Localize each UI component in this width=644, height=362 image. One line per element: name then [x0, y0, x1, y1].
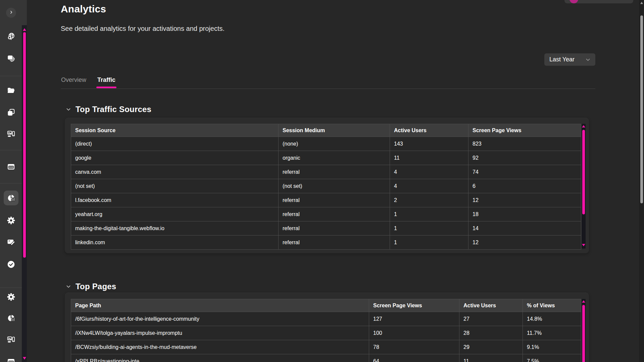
- gear-icon: [7, 293, 15, 301]
- layers-icon: [7, 54, 15, 63]
- sidebar-divider: [0, 150, 22, 150]
- page-scrollbar-thumb[interactable]: [640, 15, 643, 203]
- table-cell: /6fGiurs/history-of-art-for-the-intellig…: [71, 312, 369, 326]
- sidebar-item-card-edit[interactable]: [4, 235, 18, 249]
- sidebar-item-settings-2[interactable]: [4, 290, 18, 304]
- check-circle-icon: [7, 260, 15, 269]
- table-scrollbar-thumb[interactable]: [582, 130, 585, 214]
- top-pages-card: Page PathScreen Page ViewsActive Users% …: [65, 293, 589, 362]
- sidebar-item-media-2[interactable]: [4, 333, 18, 347]
- chevron-down-icon: [585, 56, 591, 63]
- table-cell: 9.1%: [523, 340, 581, 354]
- table-cell: 4: [390, 179, 468, 193]
- table-cell: 74: [468, 165, 581, 179]
- sidebar-items: [0, 0, 22, 362]
- traffic-sources-card: Session SourceSession MediumActive Users…: [65, 118, 589, 253]
- table-scrollbar-down-arrow-icon[interactable]: [582, 244, 585, 246]
- sidebar: [0, 0, 27, 362]
- date-range-value: Last Year: [549, 56, 575, 63]
- sidebar-item-table[interactable]: [4, 355, 18, 362]
- table-cell: referral: [279, 221, 390, 236]
- column-header: Screen Page Views: [468, 124, 581, 137]
- table-cell: 4: [390, 165, 468, 179]
- sidebar-scrollbar-thumb[interactable]: [23, 32, 26, 258]
- sidebar-item-layers[interactable]: [4, 52, 18, 65]
- tab-traffic[interactable]: Traffic: [97, 76, 115, 89]
- column-header: Session Medium: [279, 124, 390, 137]
- table-cell: 12: [468, 236, 581, 250]
- pie-chart-icon: [7, 314, 15, 322]
- section-header-top-pages[interactable]: Top Pages: [65, 281, 116, 292]
- sidebar-item-analytics-2[interactable]: [4, 311, 18, 325]
- tabs: OverviewTraffic: [61, 76, 115, 89]
- sidebar-item-settings[interactable]: [4, 214, 18, 227]
- table-cell: 29: [459, 340, 523, 354]
- sidebar-item-analytics[interactable]: [4, 191, 18, 205]
- sidebar-divider: [0, 76, 22, 76]
- top-pages-table: Page PathScreen Page ViewsActive Users% …: [71, 299, 581, 362]
- column-header: Active Users: [390, 124, 468, 137]
- media-devices-icon: [7, 335, 15, 344]
- table-cell: 2: [390, 193, 468, 207]
- date-range-select[interactable]: Last Year: [544, 53, 595, 66]
- tab-label: Overview: [61, 76, 86, 83]
- section-header-top-traffic-sources[interactable]: Top Traffic Sources: [65, 104, 151, 115]
- table-cell: (direct): [71, 137, 279, 151]
- table-cell: (not set): [71, 179, 279, 193]
- sidebar-divider: [0, 288, 22, 288]
- table-cell: 28: [459, 326, 523, 340]
- card-edit-icon: [7, 238, 15, 246]
- table-cell: 14: [468, 221, 581, 236]
- column-header: Screen Page Views: [369, 299, 459, 312]
- sidebar-item-projects[interactable]: [4, 84, 18, 97]
- collapse-chevron-icon[interactable]: [65, 106, 72, 113]
- page-scrollbar-up-arrow-icon[interactable]: [640, 2, 643, 4]
- table-cell: referral: [279, 193, 390, 207]
- table-cell: 823: [468, 137, 581, 151]
- column-header: Page Path: [71, 299, 369, 312]
- table-cell: 1: [390, 236, 468, 250]
- sidebar-item-approvals[interactable]: [4, 258, 18, 271]
- sidebar-scrollbar-down-arrow-icon[interactable]: [23, 357, 26, 360]
- table-cell: referral: [279, 236, 390, 250]
- sidebar-item-media[interactable]: [4, 127, 18, 141]
- sidebar-item-web-search[interactable]: [4, 30, 18, 43]
- sidebar-scrollbar-up-arrow-icon[interactable]: [23, 28, 26, 31]
- column-header: % of Views: [523, 299, 581, 312]
- table-scrollbar-thumb[interactable]: [582, 305, 585, 362]
- table-cell: referral: [279, 165, 390, 179]
- page-title: Analytics: [61, 3, 106, 15]
- media-devices-icon: [7, 130, 15, 139]
- table-scrollbar-up-arrow-icon[interactable]: [582, 125, 585, 127]
- table-cell: 11: [459, 354, 523, 362]
- table-cell: 1: [390, 207, 468, 221]
- table-cell: organic: [279, 151, 390, 165]
- table-cell: 143: [390, 137, 468, 151]
- table-cell: /BCWzsiy/building-ai-agents-in-the-mud-m…: [71, 340, 369, 354]
- table-cell: 18: [468, 207, 581, 221]
- web-search-icon: [7, 32, 15, 41]
- table-cell: yeahart.org: [71, 207, 279, 221]
- table-cell: google: [71, 151, 279, 165]
- table-cell: 100: [369, 326, 459, 340]
- table-cell: /xRPLRBz/questioning-inte: [71, 354, 369, 362]
- tab-label: Traffic: [97, 76, 115, 83]
- table-cell: 11: [390, 151, 468, 165]
- sidebar-item-calendar[interactable]: [4, 160, 18, 173]
- table-cell: referral: [279, 207, 390, 221]
- analytics-page: Analytics See detailed analytics for you…: [0, 0, 644, 362]
- pie-chart-icon: [7, 194, 15, 202]
- sidebar-divider: [0, 183, 22, 184]
- tab-overview[interactable]: Overview: [61, 76, 86, 89]
- tabs-divider: [61, 89, 595, 89]
- column-header: Active Users: [459, 299, 523, 312]
- collapse-chevron-icon[interactable]: [65, 283, 72, 290]
- table-cell: /iXNw4LW/tolga-yayalars-impulse-imprompt…: [71, 326, 369, 340]
- table-cell: linkedin.com: [71, 236, 279, 250]
- table-cell: 14.8%: [523, 312, 581, 326]
- table-scrollbar-up-arrow-icon[interactable]: [582, 300, 585, 303]
- table-cell: l.facebook.com: [71, 193, 279, 207]
- column-header: Session Source: [71, 124, 279, 137]
- sidebar-item-copies[interactable]: [4, 106, 18, 119]
- table-cell: making-the-digital-tangible.webflow.io: [71, 221, 279, 236]
